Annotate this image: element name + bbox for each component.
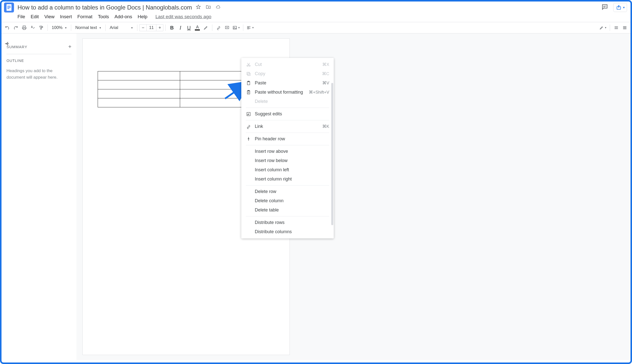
last-edit-link[interactable]: Last edit was seconds ago — [155, 14, 211, 20]
hide-menus-button[interactable] — [620, 23, 629, 32]
document-canvas[interactable] — [77, 34, 630, 360]
context-delete: Delete — [241, 97, 334, 106]
menu-view[interactable]: View — [44, 14, 55, 20]
svg-rect-6 — [233, 26, 237, 29]
context-insert-col-right[interactable]: Insert column right — [241, 174, 334, 184]
context-insert-row-below[interactable]: Insert row below — [241, 156, 334, 165]
menu-tools[interactable]: Tools — [98, 14, 109, 20]
menu-format[interactable]: Format — [78, 14, 93, 20]
italic-button[interactable]: I — [176, 23, 185, 32]
text-color-button[interactable]: A — [193, 23, 202, 32]
insert-link-button[interactable] — [214, 23, 223, 32]
style-select[interactable]: Normal text▼ — [73, 25, 104, 30]
bold-button[interactable]: B — [168, 23, 176, 32]
zoom-select[interactable]: 100%▼ — [50, 25, 69, 30]
suggest-icon — [246, 112, 251, 116]
context-insert-col-left[interactable]: Insert column left — [241, 165, 334, 174]
menu-addons[interactable]: Add-ons — [114, 14, 132, 20]
outline-sidebar: SUMMARY + OUTLINE Headings you add to th… — [2, 34, 77, 360]
context-paste[interactable]: Paste ⌘V — [241, 78, 334, 88]
star-icon[interactable] — [196, 4, 201, 11]
svg-rect-12 — [247, 72, 249, 75]
workspace: SUMMARY + OUTLINE Headings you add to th… — [2, 34, 630, 360]
context-delete-column[interactable]: Delete column — [241, 196, 334, 206]
paint-format-button[interactable] — [37, 23, 46, 32]
share-button[interactable]: ▼ — [613, 3, 627, 12]
highlight-color-button[interactable]: ▼ — [598, 23, 608, 32]
move-folder-icon[interactable] — [206, 4, 211, 11]
docs-logo-icon[interactable] — [4, 2, 14, 12]
context-delete-row[interactable]: Delete row — [241, 187, 334, 196]
context-distribute-cols[interactable]: Distribute columns — [241, 227, 334, 236]
outline-heading: OUTLINE — [7, 59, 72, 63]
font-size-decrease[interactable]: − — [139, 24, 146, 31]
highlight-button[interactable] — [202, 23, 210, 32]
menubar: File Edit View Insert Format Tools Add-o… — [2, 12, 630, 22]
font-size-increase[interactable]: + — [156, 24, 163, 31]
cut-icon — [246, 62, 251, 67]
align-button[interactable]: ▼ — [245, 23, 255, 32]
spellcheck-button[interactable] — [29, 23, 37, 32]
context-link[interactable]: Link ⌘K — [241, 122, 334, 131]
insert-comment-button[interactable] — [223, 23, 231, 32]
collapse-outline-button[interactable] — [4, 40, 11, 48]
header-bar: How to add a column to tables in Google … — [2, 2, 630, 12]
add-summary-button[interactable]: + — [68, 44, 72, 50]
open-comments-icon[interactable] — [601, 4, 608, 12]
paste-plain-icon — [246, 90, 251, 95]
toolbar: 100%▼ Normal text▼ Arial▼ − 11 + B I U A… — [2, 22, 630, 34]
menu-edit[interactable]: Edit — [31, 14, 39, 20]
editing-mode-button[interactable] — [612, 23, 620, 32]
menu-file[interactable]: File — [18, 14, 25, 20]
svg-rect-3 — [7, 8, 9, 9]
print-button[interactable] — [20, 23, 29, 32]
undo-button[interactable] — [3, 23, 12, 32]
context-pin-header[interactable]: Pin header row — [241, 134, 334, 144]
context-menu: Cut ⌘X Copy ⌘C Paste ⌘V Paste without fo… — [241, 58, 334, 238]
context-menu-scrollbar[interactable] — [331, 83, 333, 225]
menu-insert[interactable]: Insert — [60, 14, 72, 20]
font-select[interactable]: Arial▼ — [108, 25, 135, 30]
link-icon — [246, 124, 251, 129]
context-distribute-rows[interactable]: Distribute rows — [241, 218, 334, 227]
redo-button[interactable] — [12, 23, 20, 32]
context-cut: Cut ⌘X — [241, 60, 334, 69]
document-title[interactable]: How to add a column to tables in Google … — [18, 4, 192, 11]
context-insert-row-above[interactable]: Insert row above — [241, 147, 334, 156]
cloud-status-icon[interactable] — [216, 4, 221, 11]
context-copy: Copy ⌘C — [241, 69, 334, 78]
insert-image-button[interactable]: ▼ — [231, 23, 241, 32]
context-suggest-edits[interactable]: Suggest edits — [241, 109, 334, 118]
font-size-input[interactable]: 11 — [146, 24, 156, 31]
svg-rect-11 — [248, 73, 250, 76]
svg-rect-2 — [7, 7, 11, 8]
context-paste-plain[interactable]: Paste without formatting ⌘+Shift+V — [241, 88, 334, 97]
underline-button[interactable]: U — [185, 23, 193, 32]
copy-icon — [246, 72, 251, 76]
pin-icon — [246, 136, 251, 142]
menu-help[interactable]: Help — [138, 14, 147, 20]
svg-rect-1 — [7, 6, 11, 6]
paste-icon — [246, 81, 251, 86]
context-delete-table[interactable]: Delete table — [241, 206, 334, 215]
outline-empty-hint: Headings you add to the document will ap… — [7, 68, 72, 80]
svg-rect-17 — [247, 112, 250, 116]
